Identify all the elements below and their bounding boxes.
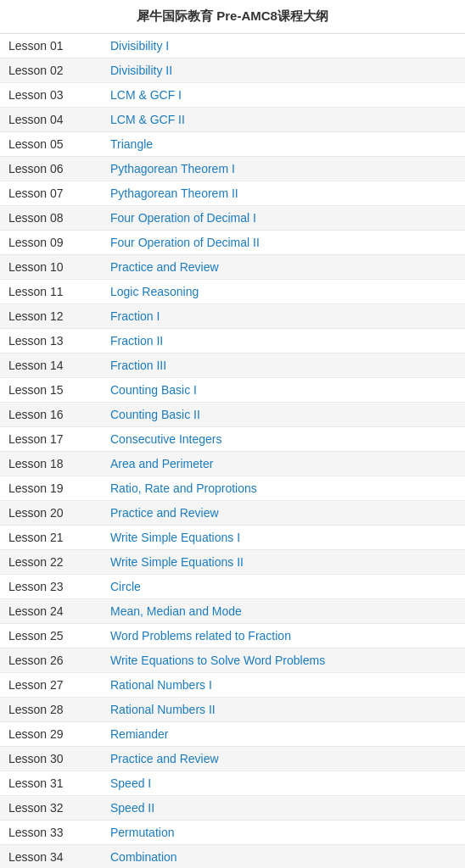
table-row: Lesson 32Speed II — [0, 796, 465, 821]
lesson-number: Lesson 24 — [0, 599, 102, 624]
lesson-topic: Rational Numbers II — [102, 698, 465, 722]
curriculum-table: Lesson 01Divisibility ILesson 02Divisibi… — [0, 34, 465, 868]
lesson-topic: Fraction II — [102, 329, 465, 353]
table-row: Lesson 08Four Operation of Decimal I — [0, 206, 465, 231]
table-row: Lesson 26Write Equations to Solve Word P… — [0, 648, 465, 673]
lesson-number: Lesson 21 — [0, 526, 102, 550]
lesson-number: Lesson 33 — [0, 821, 102, 845]
lesson-topic: Fraction III — [102, 353, 465, 378]
table-row: Lesson 19Ratio, Rate and Proprotions — [0, 476, 465, 501]
lesson-number: Lesson 25 — [0, 624, 102, 648]
lesson-number: Lesson 03 — [0, 83, 102, 108]
lesson-topic: Four Operation of Decimal I — [102, 206, 465, 231]
lesson-number: Lesson 12 — [0, 304, 102, 329]
lesson-topic: LCM & GCF II — [102, 108, 465, 132]
table-row: Lesson 11Logic Reasoning — [0, 280, 465, 304]
lesson-number: Lesson 30 — [0, 747, 102, 771]
lesson-topic: Fraction I — [102, 304, 465, 329]
lesson-number: Lesson 29 — [0, 722, 102, 747]
lesson-topic: Write Equations to Solve Word Problems — [102, 648, 465, 673]
lesson-topic: Rational Numbers I — [102, 673, 465, 698]
table-row: Lesson 04LCM & GCF II — [0, 108, 465, 132]
table-row: Lesson 16Counting Basic II — [0, 403, 465, 427]
page-title: 犀牛国际教育 Pre-AMC8课程大纲 — [0, 0, 465, 34]
lesson-number: Lesson 08 — [0, 206, 102, 231]
table-row: Lesson 22Write Simple Equations II — [0, 550, 465, 575]
table-row: Lesson 25Word Problems related to Fracti… — [0, 624, 465, 648]
table-row: Lesson 01Divisibility I — [0, 34, 465, 58]
table-row: Lesson 14Fraction III — [0, 353, 465, 378]
lesson-topic: Mean, Median and Mode — [102, 599, 465, 624]
lesson-number: Lesson 26 — [0, 648, 102, 673]
lesson-number: Lesson 01 — [0, 34, 102, 58]
lesson-topic: Combination — [102, 845, 465, 869]
lesson-number: Lesson 02 — [0, 58, 102, 83]
table-row: Lesson 07Pythagorean Theorem II — [0, 181, 465, 206]
lesson-number: Lesson 05 — [0, 132, 102, 157]
lesson-number: Lesson 18 — [0, 452, 102, 476]
lesson-number: Lesson 17 — [0, 427, 102, 452]
lesson-topic: Speed II — [102, 796, 465, 821]
table-row: Lesson 06Pythagorean Theorem I — [0, 157, 465, 181]
lesson-number: Lesson 10 — [0, 255, 102, 280]
lesson-topic: Pythagorean Theorem II — [102, 181, 465, 206]
lesson-number: Lesson 06 — [0, 157, 102, 181]
lesson-topic: Pythagorean Theorem I — [102, 157, 465, 181]
lesson-number: Lesson 20 — [0, 501, 102, 526]
lesson-topic: Consecutive Integers — [102, 427, 465, 452]
table-row: Lesson 13Fraction II — [0, 329, 465, 353]
lesson-number: Lesson 07 — [0, 181, 102, 206]
lesson-topic: Four Operation of Decimal II — [102, 231, 465, 255]
table-row: Lesson 27Rational Numbers I — [0, 673, 465, 698]
table-row: Lesson 12Fraction I — [0, 304, 465, 329]
table-row: Lesson 03LCM & GCF I — [0, 83, 465, 108]
lesson-topic: Ratio, Rate and Proprotions — [102, 476, 465, 501]
table-row: Lesson 02Divisibility II — [0, 58, 465, 83]
lesson-number: Lesson 11 — [0, 280, 102, 304]
lesson-number: Lesson 22 — [0, 550, 102, 575]
lesson-number: Lesson 13 — [0, 329, 102, 353]
lesson-number: Lesson 14 — [0, 353, 102, 378]
lesson-topic: Practice and Review — [102, 501, 465, 526]
table-row: Lesson 15Counting Basic I — [0, 378, 465, 403]
lesson-topic: Permutation — [102, 821, 465, 845]
table-row: Lesson 09Four Operation of Decimal II — [0, 231, 465, 255]
lesson-topic: Divisibility II — [102, 58, 465, 83]
table-row: Lesson 18Area and Perimeter — [0, 452, 465, 476]
table-row: Lesson 23Circle — [0, 575, 465, 599]
table-row: Lesson 31Speed I — [0, 771, 465, 796]
table-row: Lesson 28Rational Numbers II — [0, 698, 465, 722]
table-row: Lesson 24Mean, Median and Mode — [0, 599, 465, 624]
table-row: Lesson 17Consecutive Integers — [0, 427, 465, 452]
lesson-topic: LCM & GCF I — [102, 83, 465, 108]
lesson-topic: Write Simple Equations I — [102, 526, 465, 550]
table-row: Lesson 20Practice and Review — [0, 501, 465, 526]
lesson-topic: Word Problems related to Fraction — [102, 624, 465, 648]
lesson-number: Lesson 23 — [0, 575, 102, 599]
lesson-topic: Circle — [102, 575, 465, 599]
lesson-topic: Area and Perimeter — [102, 452, 465, 476]
table-row: Lesson 30Practice and Review — [0, 747, 465, 771]
lesson-topic: Logic Reasoning — [102, 280, 465, 304]
lesson-number: Lesson 27 — [0, 673, 102, 698]
lesson-number: Lesson 09 — [0, 231, 102, 255]
lesson-topic: Triangle — [102, 132, 465, 157]
table-row: Lesson 10Practice and Review — [0, 255, 465, 280]
table-row: Lesson 29Remiander — [0, 722, 465, 747]
lesson-topic: Write Simple Equations II — [102, 550, 465, 575]
lesson-number: Lesson 31 — [0, 771, 102, 796]
lesson-topic: Speed I — [102, 771, 465, 796]
lesson-topic: Remiander — [102, 722, 465, 747]
lesson-number: Lesson 34 — [0, 845, 102, 869]
lesson-number: Lesson 15 — [0, 378, 102, 403]
lesson-topic: Practice and Review — [102, 255, 465, 280]
lesson-topic: Divisibility I — [102, 34, 465, 58]
lesson-number: Lesson 32 — [0, 796, 102, 821]
lesson-number: Lesson 19 — [0, 476, 102, 501]
table-row: Lesson 34Combination — [0, 845, 465, 869]
lesson-number: Lesson 16 — [0, 403, 102, 427]
lesson-topic: Practice and Review — [102, 747, 465, 771]
table-row: Lesson 21Write Simple Equations I — [0, 526, 465, 550]
lesson-topic: Counting Basic I — [102, 378, 465, 403]
lesson-topic: Counting Basic II — [102, 403, 465, 427]
